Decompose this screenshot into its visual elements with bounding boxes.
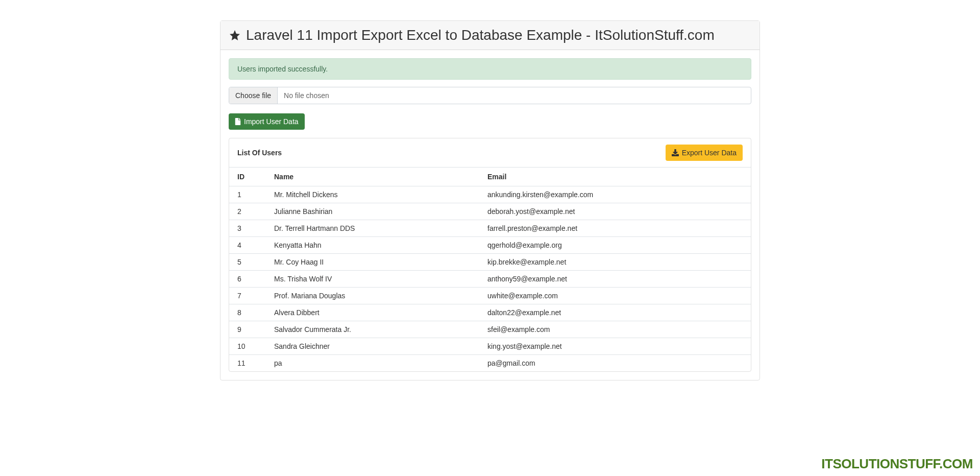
cell-name: Dr. Terrell Hartmann DDS xyxy=(266,220,479,237)
column-email: Email xyxy=(479,168,751,186)
cell-email: farrell.preston@example.net xyxy=(479,220,751,237)
table-row: 10Sandra Gleichnerking.yost@example.net xyxy=(229,338,751,355)
table-row: 11papa@gmail.com xyxy=(229,355,751,372)
cell-name: Alvera Dibbert xyxy=(266,304,479,321)
cell-id: 3 xyxy=(229,220,266,237)
cell-email: anthony59@example.net xyxy=(479,271,751,288)
cell-name: Mr. Mitchell Dickens xyxy=(266,186,479,203)
cell-email: ankunding.kirsten@example.com xyxy=(479,186,751,203)
table-row: 5Mr. Coy Haag IIkip.brekke@example.net xyxy=(229,254,751,271)
cell-name: Ms. Trisha Wolf IV xyxy=(266,271,479,288)
export-button-label: Export User Data xyxy=(682,149,737,157)
cell-id: 2 xyxy=(229,203,266,220)
cell-name: pa xyxy=(266,355,479,372)
file-icon xyxy=(235,118,241,125)
users-list-title: List Of Users xyxy=(237,149,282,157)
cell-name: Kenyatta Hahn xyxy=(266,237,479,254)
users-table: ID Name Email 1Mr. Mitchell Dickensankun… xyxy=(229,167,751,371)
table-row: 6Ms. Trisha Wolf IVanthony59@example.net xyxy=(229,271,751,288)
cell-id: 4 xyxy=(229,237,266,254)
cell-id: 10 xyxy=(229,338,266,355)
alert-message: Users imported successfully. xyxy=(237,65,328,73)
cell-email: kip.brekke@example.net xyxy=(479,254,751,271)
main-card: Laravel 11 Import Export Excel to Databa… xyxy=(220,20,760,380)
cell-email: dalton22@example.net xyxy=(479,304,751,321)
cell-name: Prof. Mariana Douglas xyxy=(266,288,479,304)
cell-email: sfeil@example.com xyxy=(479,321,751,338)
export-button[interactable]: Export User Data xyxy=(666,145,743,161)
cell-email: king.yost@example.net xyxy=(479,338,751,355)
cell-id: 1 xyxy=(229,186,266,203)
cell-id: 9 xyxy=(229,321,266,338)
table-row: 1Mr. Mitchell Dickensankunding.kirsten@e… xyxy=(229,186,751,203)
cell-email: uwhite@example.com xyxy=(479,288,751,304)
choose-file-button[interactable]: Choose file xyxy=(229,87,278,104)
download-icon xyxy=(672,149,679,156)
table-row: 3Dr. Terrell Hartmann DDSfarrell.preston… xyxy=(229,220,751,237)
column-name: Name xyxy=(266,168,479,186)
success-alert: Users imported successfully. xyxy=(229,58,751,80)
cell-id: 6 xyxy=(229,271,266,288)
import-button-label: Import User Data xyxy=(244,117,299,126)
cell-name: Julianne Bashirian xyxy=(266,203,479,220)
cell-email: deborah.yost@example.net xyxy=(479,203,751,220)
table-row: 7Prof. Mariana Douglasuwhite@example.com xyxy=(229,288,751,304)
cell-id: 8 xyxy=(229,304,266,321)
cell-name: Sandra Gleichner xyxy=(266,338,479,355)
star-icon xyxy=(229,29,241,41)
file-chosen-text: No file chosen xyxy=(278,87,751,104)
cell-email: qgerhold@example.org xyxy=(479,237,751,254)
column-id: ID xyxy=(229,168,266,186)
table-row: 2Julianne Bashiriandeborah.yost@example.… xyxy=(229,203,751,220)
cell-email: pa@gmail.com xyxy=(479,355,751,372)
card-header: Laravel 11 Import Export Excel to Databa… xyxy=(220,21,760,50)
card-body: Users imported successfully. Choose file… xyxy=(220,50,760,380)
users-card-header: List Of Users Export User Data xyxy=(229,138,751,167)
cell-name: Salvador Cummerata Jr. xyxy=(266,321,479,338)
import-button[interactable]: Import User Data xyxy=(229,113,305,130)
table-row: 8Alvera Dibbertdalton22@example.net xyxy=(229,304,751,321)
cell-id: 11 xyxy=(229,355,266,372)
cell-name: Mr. Coy Haag II xyxy=(266,254,479,271)
users-card: List Of Users Export User Data ID Name E… xyxy=(229,138,751,372)
cell-id: 5 xyxy=(229,254,266,271)
table-row: 9Salvador Cummerata Jr.sfeil@example.com xyxy=(229,321,751,338)
page-title-text: Laravel 11 Import Export Excel to Databa… xyxy=(246,27,715,43)
cell-id: 7 xyxy=(229,288,266,304)
file-input[interactable]: Choose file No file chosen xyxy=(229,87,751,104)
page-title: Laravel 11 Import Export Excel to Databa… xyxy=(229,27,715,43)
table-row: 4Kenyatta Hahnqgerhold@example.org xyxy=(229,237,751,254)
